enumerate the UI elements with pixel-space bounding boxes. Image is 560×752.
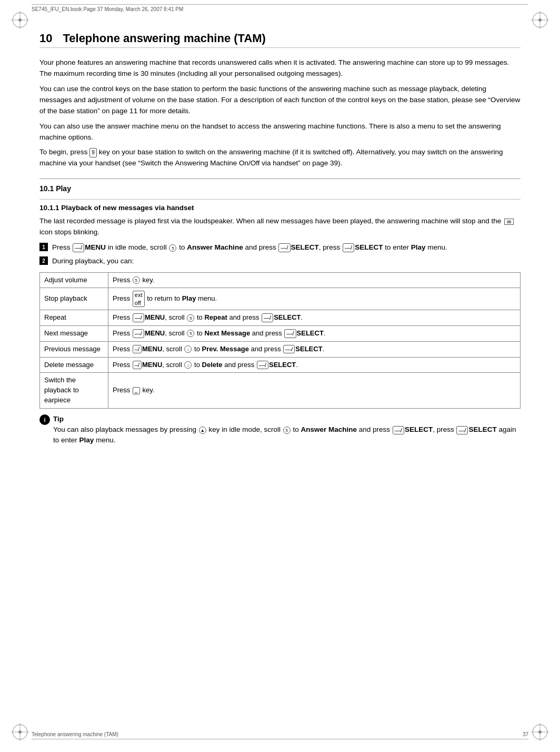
menu-key-repeat: —/ — [133, 313, 144, 322]
section-divider-10-1 — [39, 179, 521, 179]
select-key-1: —/ — [278, 243, 290, 252]
main-content: 10Telephone answering machine (TAM) Your… — [39, 32, 521, 446]
select-key-2: —/ — [343, 243, 354, 252]
intro-para3: You can also use the answer machine menu… — [39, 121, 521, 143]
scroll-icon-tip2: 5 — [283, 427, 291, 434]
table-cell-action: Previous message — [40, 341, 108, 357]
tip-text: You can also playback messages by pressi… — [53, 426, 516, 444]
reg-mark-tl — [9, 9, 31, 31]
scroll-icon-del: ↓ — [184, 361, 192, 369]
table-cell-action: Switch the playback to earpiece — [40, 373, 108, 409]
scroll-icon-1: 5 — [169, 244, 176, 252]
section-10-1-1-desc: The last recorded message is played firs… — [39, 216, 521, 238]
steps-list: 1 Press —/MENU in idle mode, scroll 5 to… — [39, 242, 521, 267]
page-header: SE745_IFU_EN.book Page 37 Monday, March … — [32, 4, 528, 12]
subsection-10-1-1-heading: 10.1.1 Playback of new messages via hand… — [39, 204, 521, 212]
intro-para4: To begin, press 9 key on your base stati… — [39, 147, 521, 169]
step-2-number: 2 — [39, 256, 48, 265]
chapter-title-text: Telephone answering machine (TAM) — [63, 32, 265, 45]
table-row: Stop playback Press extoff to return to … — [40, 288, 521, 310]
table-cell-action: Delete message — [40, 357, 108, 373]
scroll-icon-repeat: 5 — [187, 314, 194, 322]
tam-button-icon: 9 — [89, 148, 97, 157]
intro-para1: Your phone features an answering machine… — [39, 57, 521, 80]
step-1-number: 1 — [39, 243, 48, 251]
select-key-tip2: —/ — [456, 426, 468, 434]
chapter-title: 10Telephone answering machine (TAM) — [39, 32, 521, 48]
table-row: Next message Press —/MENU, scroll 5 to N… — [40, 325, 521, 341]
chapter-number: 10 — [39, 32, 52, 45]
menu-key-prev: –/ — [133, 345, 142, 353]
table-row: Delete message Press –/MENU, scroll ↓ to… — [40, 357, 521, 373]
table-cell-instruction: Press 5 key. — [108, 272, 521, 288]
scroll-icon-tip1: ▲ — [199, 427, 206, 434]
table-cell-action: Adjust volume — [40, 272, 108, 288]
message-icon: ✉ — [504, 219, 514, 225]
menu-key-del: –/ — [133, 361, 142, 369]
step-2: 2 During playback, you can: — [39, 256, 521, 266]
tip-label: Tip — [53, 415, 64, 423]
menu-key: —/ — [73, 243, 84, 252]
step-2-text: During playback, you can: — [52, 256, 134, 266]
menu-key-next: —/ — [133, 329, 144, 338]
table-cell-action: Stop playback — [40, 288, 108, 310]
step-1-text: Press —/MENU in idle mode, scroll 5 to A… — [52, 242, 447, 253]
reg-mark-br — [529, 721, 551, 743]
table-row: Adjust volume Press 5 key. — [40, 272, 521, 288]
earpiece-icon: ␣ — [133, 387, 140, 394]
select-key-repeat: —/ — [262, 313, 273, 322]
table-cell-instruction: Press —/MENU, scroll 5 to Next Message a… — [108, 325, 521, 341]
select-key-prev: —/ — [283, 345, 295, 353]
playback-table: Adjust volume Press 5 key. Stop playback… — [39, 272, 521, 409]
reg-mark-bl — [9, 721, 31, 743]
table-row: Previous message Press –/MENU, scroll ↓ … — [40, 341, 521, 357]
step-1: 1 Press —/MENU in idle mode, scroll 5 to… — [39, 242, 521, 253]
reg-mark-tr — [529, 9, 551, 31]
subsection-divider-10-1-1 — [39, 199, 521, 200]
scroll-icon-vol: 5 — [133, 276, 140, 284]
table-cell-action: Next message — [40, 325, 108, 341]
table-cell-instruction: Press extoff to return to Play menu. — [108, 288, 521, 310]
footer-left: Telephone answering machine (TAM) — [32, 731, 118, 737]
table-row: Repeat Press —/MENU, scroll 5 to Repeat … — [40, 310, 521, 326]
page-footer: Telephone answering machine (TAM) 37 — [32, 731, 528, 739]
table-cell-instruction: Press –/MENU, scroll ↓ to Prev. Message … — [108, 341, 521, 357]
select-key-tip1: —/ — [393, 426, 404, 434]
scroll-icon-prev: ↓ — [184, 345, 192, 353]
tip-content: Tip You can also playback messages by pr… — [53, 414, 521, 446]
select-key-next: —/ — [284, 329, 296, 338]
back-key: extoff — [133, 291, 145, 307]
scroll-icon-next: 5 — [187, 330, 194, 337]
table-cell-instruction: Press —/MENU, scroll 5 to Repeat and pre… — [108, 310, 521, 326]
table-cell-instruction: Press ␣ key. — [108, 373, 521, 409]
tip-box: i Tip You can also playback messages by … — [39, 414, 521, 446]
tip-icon: i — [39, 414, 50, 425]
intro-para2: You can use the control keys on the base… — [39, 84, 521, 117]
table-row: Switch the playback to earpiece Press ␣ … — [40, 373, 521, 409]
footer-right: 37 — [523, 731, 528, 737]
select-key-del: —/ — [257, 361, 268, 369]
header-file-info: SE745_IFU_EN.book Page 37 Monday, March … — [32, 6, 183, 12]
table-cell-instruction: Press –/MENU, scroll ↓ to Delete and pre… — [108, 357, 521, 373]
table-cell-action: Repeat — [40, 310, 108, 326]
section-10-1-heading: 10.1 Play — [39, 184, 521, 193]
